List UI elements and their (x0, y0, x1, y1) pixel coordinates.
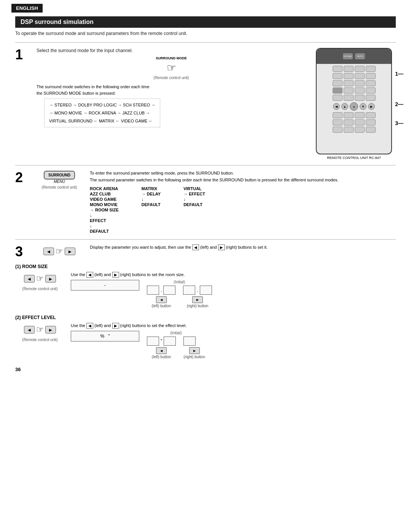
effect-small-left-btn[interactable]: ◀ (156, 347, 167, 354)
hand-icon-room: ☞ (36, 274, 44, 284)
left-btn-effect: ◀ (86, 323, 93, 329)
step-3-block: 3 ◀ ☞ ▶ Display the parameter you want t… (15, 245, 396, 259)
param-down-4: ↓ (183, 197, 186, 202)
room-right-init: . ▶ (right) button (183, 286, 212, 308)
remote-row-1 (318, 66, 390, 72)
step-3-number: 3 (15, 245, 29, 259)
room-left-btn[interactable]: ◀ (24, 275, 35, 283)
rbtn-26 (355, 119, 365, 125)
effect-remote-label: (Remote control unit) (15, 338, 65, 342)
room-init-box-4 (200, 286, 212, 295)
rbtn-10 (344, 80, 354, 86)
switch-text-1: The surround mode switches in the follow… (37, 84, 306, 96)
room-size-section: (1) ROOM SIZE ◀ ☞ ▶ (Remote control unit… (15, 264, 396, 308)
r-up-btn: ▲ (341, 103, 348, 110)
remote-row-6 (318, 119, 390, 125)
room-size-inner: ◀ ☞ ▶ (Remote control unit) Use the ◀ (l… (15, 272, 396, 308)
rbtn-12 (366, 80, 376, 86)
effect-left-btn[interactable]: ◀ (24, 326, 35, 333)
room-initial-label: (Initial) (147, 280, 212, 284)
room-init-boxes-left: . (147, 286, 175, 295)
room-left-btn-col: ◀ (left) button (147, 296, 175, 308)
room-init-box-3 (183, 286, 195, 295)
param-arrow-delay: → DELAY (142, 192, 161, 196)
hand-icon-effect: ☞ (36, 325, 44, 335)
step-1-block: 1 Select the surround mode for the input… (15, 48, 396, 160)
room-size-left: ◀ ☞ ▶ (Remote control unit) (15, 272, 65, 291)
remote-row-2 (318, 73, 390, 79)
step-marker-2: 2— (395, 101, 403, 107)
step-2-left: SURROUND MENU (Remote control unit) (37, 171, 82, 234)
step-marker-3: 3— (395, 120, 403, 126)
rbtn-19 (366, 95, 376, 101)
rbtn-29 (344, 127, 354, 133)
page-number: 36 (15, 367, 396, 372)
effect-small-right-btn[interactable]: ▶ (189, 347, 200, 354)
step-1-content: Select the surround mode for the input c… (37, 48, 396, 160)
surround-flow-diagram: → STEREO → DOLBY PRO LOGIC → 5CH STEREO … (44, 98, 160, 127)
remote-top-btn-1: VOLUME (343, 53, 353, 59)
surround-mode-label: SURROUND MODE (37, 56, 306, 60)
flow-line-1: → STEREO → DOLBY PRO LOGIC → 5CH STEREO … (49, 102, 155, 109)
effect-level-left: ◀ ☞ ▶ (Remote control unit) (15, 323, 65, 342)
effect-init-box-2 (164, 337, 176, 346)
room-remote-label: (Remote control unit) (15, 287, 65, 291)
effect-left-btn-col: ◀ (left) button (147, 347, 176, 359)
r-down-btn: ▼ (360, 103, 366, 110)
remote-row-4 (318, 95, 390, 101)
right-arrow-btn[interactable]: ▶ (65, 248, 75, 255)
step-3-right: Display the parameter you want to adjust… (90, 245, 396, 249)
effect-lr-btns: ◀ ☞ ▶ (15, 323, 65, 336)
effect-right-btn[interactable]: ▶ (45, 326, 56, 333)
rbtn-7 (355, 73, 365, 79)
room-left-init: . ◀ (left) button (147, 286, 175, 308)
surround-btn: SURROUND (44, 171, 75, 179)
room-small-left-btn[interactable]: ◀ (156, 296, 167, 303)
rbtn-27 (366, 119, 376, 125)
param-arrow-room: → ROOM SIZE (90, 208, 119, 212)
rbtn-21 (344, 112, 354, 118)
room-left-btn-label: (left) button (151, 304, 171, 308)
rbtn-30 (355, 127, 365, 133)
room-initial-section: (Initial) . ◀ (147, 280, 212, 308)
step-1-number: 1 (15, 48, 29, 160)
effect-right-btn-col: ▶ (right) button (183, 347, 205, 359)
rbtn-25 (344, 119, 354, 125)
remote-row-7 (318, 127, 390, 133)
menu-label: MENU (37, 179, 82, 184)
right-btn-room: ▶ (112, 272, 119, 278)
param-azz-club: AZZ CLUB (90, 192, 111, 196)
param-col-2: MATRIX → DELAY ↓ DEFAULT (142, 186, 161, 234)
divider-1 (15, 42, 396, 43)
param-default-3: DEFAULT (183, 202, 202, 207)
effect-init-box-1 (147, 337, 159, 346)
section-title: DSP surround simulation (15, 16, 396, 28)
step-2-content: SURROUND MENU (Remote control unit) To e… (37, 171, 396, 234)
remote-top-section: VOLUME MUTE (317, 49, 391, 64)
step-1-right: VOLUME MUTE (312, 48, 396, 160)
effect-level-right: Use the ◀ (left) and ▶ (right) buttons t… (71, 323, 396, 359)
left-arrow-btn[interactable]: ◀ (43, 248, 54, 255)
remote-control-image: VOLUME MUTE (316, 48, 392, 154)
room-use-text: Use the ◀ (left) and ▶ (right) buttons t… (71, 272, 396, 277)
param-diagram: ROCK ARENA AZZ CLUB VIDEO GAME MONO MOVI… (90, 186, 396, 234)
r-right-btn: ▶ (368, 103, 375, 110)
room-small-right-btn[interactable]: ▶ (192, 296, 203, 303)
effect-level-section: (2) EFFECT LEVEL ◀ ☞ ▶ (Remote control u… (15, 315, 396, 359)
room-val-box: - (71, 280, 139, 291)
rbtn-20 (333, 112, 342, 118)
room-right-btn[interactable]: ▶ (45, 275, 56, 283)
rbtn-11 (355, 80, 365, 86)
divider-3 (15, 239, 396, 240)
effect-val-box: % " (71, 331, 139, 341)
effect-level-inner: ◀ ☞ ▶ (Remote control unit) Use the ◀ (l… (15, 323, 396, 359)
language-header: ENGLISH (11, 4, 43, 13)
param-matrix: MATRIX (142, 186, 157, 191)
rbtn-31 (366, 127, 376, 133)
step2-instruction: To enter the surround parameter setting … (90, 171, 396, 175)
param-rock-arena: ROCK ARENA (90, 186, 118, 191)
effect-init-box-3 (183, 337, 196, 346)
left-btn-room: ◀ (86, 272, 93, 278)
rbtn-5 (333, 73, 342, 79)
effect-level-title: (2) EFFECT LEVEL (15, 315, 396, 320)
